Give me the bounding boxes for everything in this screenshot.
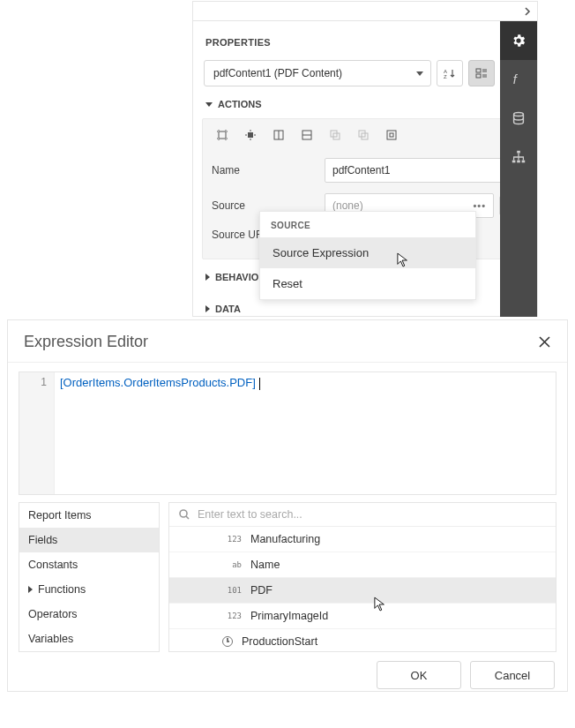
field-name: Manufacturing (250, 533, 320, 545)
cursor-icon (397, 252, 409, 268)
type-badge: ab (222, 560, 242, 569)
source-label: Source (212, 199, 325, 212)
ok-label: OK (411, 669, 428, 682)
code-editor[interactable]: 1 [OrderItems.OrderItemsProducts.PDF] (19, 372, 556, 495)
text-caret (259, 378, 260, 390)
field-name: ProductionStart (242, 635, 317, 648)
properties-title: PROPERTIES (204, 21, 526, 60)
chevron-right-icon (28, 586, 33, 593)
name-label: Name (212, 164, 325, 176)
field-panel: 123ManufacturingabName101PDF123PrimaryIm… (168, 502, 556, 652)
source-menu-item[interactable]: Reset (260, 268, 475, 299)
expression-text: [OrderItems.OrderItemsProducts.PDF] (60, 376, 256, 389)
type-badge: 123 (222, 612, 242, 620)
svg-point-22 (180, 510, 187, 517)
close-button[interactable] (535, 334, 553, 351)
section-behaviour-label: BEHAVIO (215, 272, 258, 282)
expression-editor-dialog: Expression Editor 1 [OrderItems.OrderIte… (7, 319, 568, 692)
cancel-button[interactable]: Cancel (470, 661, 555, 689)
category-item[interactable]: Report Items (19, 503, 159, 528)
name-value: pdfContent1 (332, 164, 390, 176)
svg-rect-20 (517, 161, 520, 163)
category-label: Report Items (28, 509, 92, 522)
category-label: Variables (28, 633, 73, 645)
field-row[interactable]: 123PrimaryImageId (169, 604, 556, 629)
element-selector-label: pdfContent1 (PDF Content) (213, 67, 342, 79)
sort-az-button[interactable]: AZ (437, 60, 463, 86)
send-back-icon[interactable] (356, 128, 370, 142)
category-label: Functions (38, 583, 86, 596)
type-badge: 101 (222, 586, 242, 595)
chevron-down-icon (416, 71, 423, 76)
svg-rect-21 (522, 161, 526, 163)
cursor-icon (374, 597, 386, 612)
categorize-button[interactable] (468, 60, 495, 86)
svg-rect-5 (219, 131, 226, 139)
name-input[interactable]: pdfContent1 (325, 158, 519, 183)
ok-button[interactable]: OK (377, 661, 461, 689)
line-number: 1 (19, 376, 47, 388)
vert-spacing-icon[interactable] (300, 128, 314, 142)
cancel-label: Cancel (495, 669, 530, 682)
search-icon (178, 508, 190, 521)
category-item[interactable]: Constants (19, 552, 159, 577)
source-context-menu: SOURCE Source ExpressionReset (259, 211, 476, 300)
category-label: Operators (28, 608, 78, 620)
category-item[interactable]: Functions (19, 577, 159, 602)
field-name: PrimaryImageId (250, 610, 328, 622)
rail-expressions-button[interactable]: f (500, 60, 537, 99)
category-item[interactable]: Operators (19, 602, 159, 627)
field-search-input[interactable] (198, 508, 547, 521)
center-icon[interactable] (385, 128, 399, 142)
dialog-title: Expression Editor (24, 333, 148, 351)
chevron-down-icon (205, 102, 213, 107)
field-list[interactable]: 123ManufacturingabName101PDF123PrimaryIm… (169, 527, 556, 651)
source-menu-item[interactable]: Source Expression (260, 237, 475, 268)
source-value: (none) (332, 199, 363, 212)
element-selector-combo[interactable]: pdfContent1 (PDF Content) (204, 60, 431, 86)
clock-icon (222, 636, 233, 647)
svg-rect-6 (248, 132, 253, 138)
category-list[interactable]: Report ItemsFieldsConstantsFunctionsOper… (19, 502, 160, 652)
category-label: Fields (28, 534, 57, 546)
field-row[interactable]: 123Manufacturing (169, 527, 556, 552)
svg-rect-13 (387, 131, 396, 139)
svg-rect-18 (517, 151, 520, 154)
svg-rect-3 (476, 74, 481, 78)
rail-properties-button[interactable] (500, 21, 537, 60)
svg-text:f: f (513, 72, 519, 86)
properties-topbar (193, 2, 537, 21)
category-item[interactable]: Fields (19, 528, 159, 552)
svg-rect-19 (512, 161, 516, 163)
collapse-panel-button[interactable] (518, 2, 537, 21)
svg-point-17 (514, 113, 524, 116)
bring-front-icon[interactable] (328, 128, 342, 142)
field-name: PDF (250, 584, 273, 597)
rail-data-button[interactable] (500, 99, 537, 138)
rail-explorer-button[interactable] (500, 138, 537, 176)
section-actions-label: ACTIONS (218, 99, 262, 109)
chevron-right-icon (205, 305, 210, 312)
chevron-right-icon (205, 274, 210, 281)
svg-rect-2 (476, 69, 481, 72)
field-name: Name (250, 559, 280, 571)
code-content[interactable]: [OrderItems.OrderItemsProducts.PDF] (55, 372, 556, 494)
field-row[interactable]: ProductionStart (169, 629, 556, 651)
svg-rect-14 (390, 133, 393, 137)
hor-spacing-icon[interactable] (272, 128, 286, 142)
align-to-grid-icon[interactable] (243, 128, 258, 142)
section-data-label: DATA (215, 304, 241, 314)
browse-source-button[interactable]: ••• (473, 200, 486, 211)
section-actions-header[interactable]: ACTIONS (204, 86, 526, 118)
side-rail: f (500, 21, 537, 317)
category-label: Constants (28, 559, 78, 571)
svg-text:Z: Z (444, 74, 447, 79)
layout-action-toolbar (212, 126, 519, 153)
type-badge: 123 (222, 535, 242, 544)
category-item[interactable]: Variables (19, 627, 159, 651)
field-row[interactable]: 101PDF (169, 578, 556, 604)
field-row[interactable]: abName (169, 552, 556, 578)
line-gutter: 1 (19, 372, 55, 494)
size-to-grid-icon[interactable] (215, 128, 229, 142)
source-menu-header: SOURCE (260, 212, 475, 237)
